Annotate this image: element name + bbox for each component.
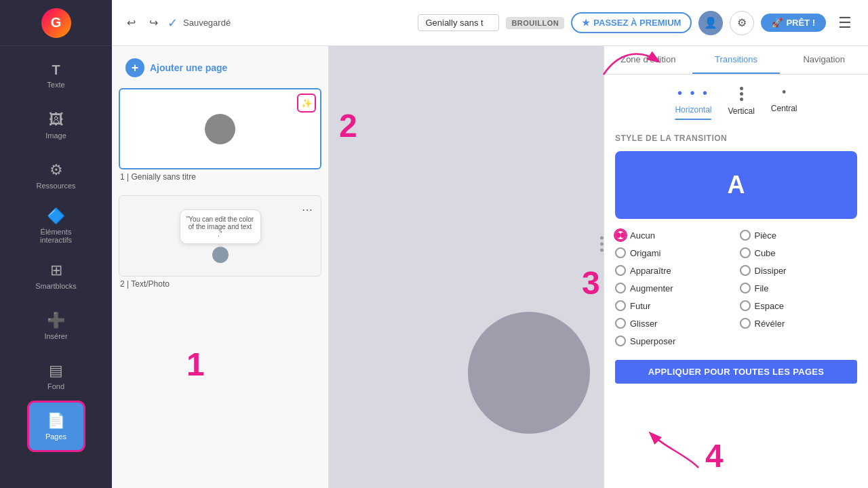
- sidebar-item-label: Image: [45, 131, 66, 140]
- transition-option-espace[interactable]: Espace: [740, 300, 858, 311]
- plus-circle-icon: +: [125, 58, 144, 77]
- sidebar-item-texte[interactable]: T Texte: [29, 52, 83, 99]
- premium-button[interactable]: ★ PASSEZ À PREMIUM: [571, 12, 692, 33]
- transition-option-augmenter[interactable]: Augmenter: [615, 283, 733, 293]
- sidebar-item-inserer[interactable]: ➕ Insérer: [29, 302, 83, 350]
- fond-icon: ▤: [49, 362, 63, 380]
- page1-action-button[interactable]: ✨: [297, 94, 316, 113]
- radio-reveler[interactable]: [740, 318, 751, 329]
- radio-glisser[interactable]: [615, 318, 626, 329]
- rocket-icon: 🚀: [772, 18, 783, 28]
- transition-option-futur[interactable]: Futur: [615, 300, 733, 311]
- pages-panel: + Ajouter une page ✨ 1 | Genially sans t…: [112, 46, 329, 488]
- sidebar-item-label: Fond: [47, 382, 64, 390]
- transition-options: Aucun Pièce Origami Cube Apparaître: [615, 230, 857, 346]
- ressources-icon: ⚙: [50, 161, 63, 179]
- sidebar-item-fond[interactable]: ▤ Fond: [29, 352, 83, 400]
- transition-option-dissiper[interactable]: Dissiper: [740, 265, 858, 276]
- avatar-button[interactable]: 👤: [698, 11, 723, 35]
- topbar-left: ↩ ↪ ✓ Sauvegardé: [123, 14, 411, 32]
- page-thumb-2[interactable]: "You can edit the color of the image and…: [119, 195, 321, 277]
- nav-option-vertical[interactable]: Vertical: [728, 85, 754, 120]
- tab-transitions[interactable]: Transitions: [692, 46, 781, 74]
- radio-superposer[interactable]: [615, 336, 626, 346]
- canvas-bg-shape: [468, 312, 590, 434]
- nav-option-horizontal[interactable]: • • • Horizontal: [675, 85, 711, 120]
- pages-icon: 📄: [47, 412, 65, 430]
- section-title: STYLE DE LA TRANSITION: [615, 134, 857, 143]
- redo-button[interactable]: ↪: [145, 14, 162, 32]
- horizontal-dots-icon: • • •: [677, 85, 709, 101]
- nav-option-underline: [675, 119, 711, 120]
- sidebar-item-image[interactable]: 🖼 Image: [29, 102, 83, 149]
- page-item-2: "You can edit the color of the image and…: [119, 195, 321, 289]
- page1-circle: [205, 114, 235, 144]
- settings-button[interactable]: ⚙: [730, 11, 754, 35]
- logo-text: G: [51, 15, 62, 30]
- radio-espace[interactable]: [740, 300, 751, 311]
- nav-options: • • • Horizontal Vertical • Central: [615, 85, 857, 120]
- brouillon-badge: BROUILLON: [506, 17, 564, 29]
- central-dot-icon: •: [782, 85, 786, 100]
- smartblocks-icon: ⊞: [50, 262, 62, 279]
- sidebar-item-label: Éléments interactifs: [40, 228, 72, 244]
- radio-cube[interactable]: [740, 247, 751, 258]
- inserer-icon: ➕: [47, 312, 65, 329]
- nav-option-central[interactable]: • Central: [771, 85, 797, 120]
- transition-option-glisser[interactable]: Glisser: [615, 318, 733, 329]
- transition-option-cube[interactable]: Cube: [740, 247, 858, 258]
- sidebar-item-label: Pages: [45, 432, 66, 441]
- right-edge-dots: [600, 237, 604, 252]
- sidebar-item-elements[interactable]: 🔷 Éléments interactifs: [29, 202, 83, 249]
- speech-bubble: "You can edit the color of the image and…: [180, 209, 261, 244]
- avatar-icon: 👤: [704, 16, 717, 29]
- tab-navigation[interactable]: Navigation: [780, 46, 868, 74]
- radio-augmenter[interactable]: [615, 283, 626, 293]
- hamburger-icon: ☰: [838, 14, 852, 31]
- sidebar-item-ressources[interactable]: ⚙ Ressources: [29, 152, 83, 199]
- page1-label: 1 | Genially sans titre: [119, 172, 321, 182]
- sidebar-item-label: Smartblocks: [35, 282, 77, 290]
- vertical-dots-icon: [740, 85, 743, 102]
- add-page-label: Ajouter une page: [150, 62, 227, 73]
- edge-dot: [600, 249, 604, 252]
- radio-origami[interactable]: [615, 247, 626, 258]
- sidebar-item-pages[interactable]: 📄 Pages: [29, 403, 83, 450]
- edge-dot: [600, 243, 604, 246]
- transition-option-superposer[interactable]: Superposer: [615, 336, 733, 346]
- radio-file[interactable]: [740, 283, 751, 293]
- radio-futur[interactable]: [615, 300, 626, 311]
- canvas-area: [329, 46, 604, 488]
- sidebar-items: T Texte 🖼 Image ⚙ Ressources 🔷 Éléments …: [0, 46, 112, 450]
- app-logo[interactable]: G: [41, 8, 71, 38]
- elements-icon: 🔷: [47, 207, 65, 225]
- transition-option-file[interactable]: File: [740, 283, 858, 293]
- menu-button[interactable]: ☰: [833, 12, 857, 35]
- check-icon: ✓: [167, 16, 178, 30]
- ready-button[interactable]: 🚀 PRÊT !: [761, 14, 826, 32]
- radio-piece[interactable]: [740, 230, 751, 241]
- transition-option-origami[interactable]: Origami: [615, 247, 733, 258]
- topbar: ↩ ↪ ✓ Sauvegardé BROUILLON ★ PASSEZ À PR…: [112, 0, 868, 46]
- radio-dissiper[interactable]: [740, 265, 751, 276]
- gear-icon: ⚙: [737, 16, 747, 29]
- sidebar-item-label: Insérer: [44, 332, 67, 340]
- transition-option-aucun[interactable]: Aucun: [615, 230, 733, 241]
- sidebar-item-label: Texte: [47, 81, 64, 89]
- title-input[interactable]: [418, 14, 499, 31]
- transition-option-reveler[interactable]: Révéler: [740, 318, 858, 329]
- radio-apparaitre[interactable]: [615, 265, 626, 276]
- sidebar-item-smartblocks[interactable]: ⊞ Smartblocks: [29, 252, 83, 300]
- page2-dots-button[interactable]: ⋯: [298, 200, 317, 219]
- magic-icon: ✨: [301, 98, 312, 108]
- add-page-button[interactable]: + Ajouter une page: [119, 54, 234, 81]
- page-item-1: ✨ 1 | Genially sans titre: [119, 88, 321, 182]
- tab-zone[interactable]: Zone d'édition: [604, 46, 692, 74]
- transition-option-apparaitre[interactable]: Apparaître: [615, 265, 733, 276]
- transition-option-piece[interactable]: Pièce: [740, 230, 858, 241]
- undo-button[interactable]: ↩: [123, 14, 140, 32]
- radio-aucun[interactable]: [615, 230, 626, 241]
- page-thumb-1[interactable]: ✨: [119, 88, 321, 169]
- transition-preview: A: [615, 151, 857, 219]
- apply-button[interactable]: APPLIQUER POUR TOUTES LES PAGES: [615, 360, 857, 384]
